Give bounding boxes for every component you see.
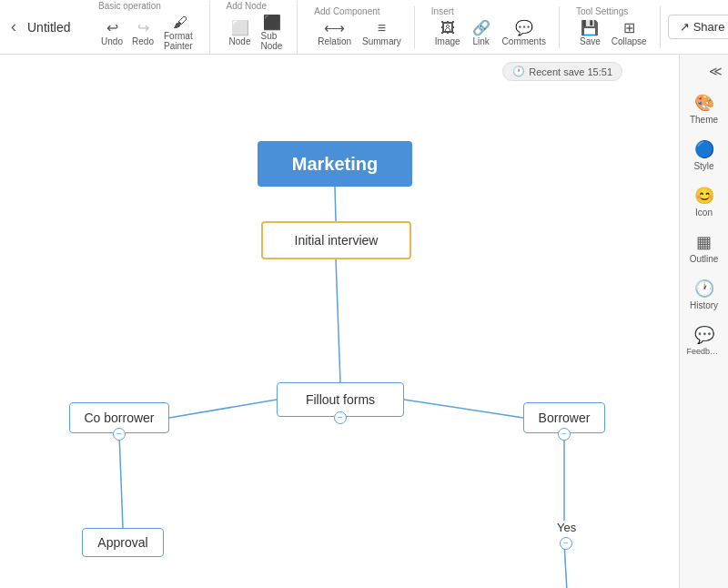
share-button[interactable]: ↗ Share bbox=[668, 15, 728, 39]
summary-label: Summary bbox=[362, 36, 401, 46]
recent-save-badge: 🕐 Recent save 15:51 bbox=[502, 62, 622, 81]
sub-node-label: Sub Node bbox=[261, 31, 285, 51]
icon-icon: 😊 bbox=[694, 186, 714, 206]
initial-interview-label: Initial interview bbox=[295, 233, 379, 248]
collapse-icon: ⊞ bbox=[623, 21, 635, 35]
svg-line-0 bbox=[335, 187, 336, 221]
sidebar-item-theme[interactable]: 🎨 Theme bbox=[683, 87, 725, 130]
theme-icon: 🎨 bbox=[694, 93, 714, 113]
tool-settings-items: 💾 Save ⊞ Collapse bbox=[576, 19, 651, 48]
relation-label: Relation bbox=[318, 36, 351, 46]
node-label: Node bbox=[229, 36, 251, 46]
sidebar-item-outline[interactable]: ▦ Outline bbox=[683, 227, 725, 269]
share-icon: ↗ bbox=[680, 20, 690, 34]
insert-group: Insert 🖼 Image 🔗 Link 💬 Comments bbox=[422, 6, 560, 48]
comments-icon: 💬 bbox=[515, 21, 533, 35]
add-component-label: Add Component bbox=[314, 6, 379, 16]
save-button[interactable]: 💾 Save bbox=[576, 19, 604, 48]
approval-left-label: Approval bbox=[97, 535, 147, 550]
recent-save-text: Recent save 15:51 bbox=[529, 66, 612, 77]
sidebar-collapse-button[interactable]: ≪ bbox=[709, 64, 723, 78]
right-actions: ↗ Share ⬆ Export bbox=[668, 15, 728, 39]
toolbar: ‹ Untitled Basic operation ↩ Undo ↪ Redo… bbox=[0, 0, 728, 55]
add-node-label: Add Node bbox=[227, 1, 267, 11]
right-sidebar: ≪ 🎨 Theme 🔵 Style 😊 Icon ▦ Outline 🕐 His… bbox=[679, 55, 728, 588]
redo-button[interactable]: ↪ Redo bbox=[129, 19, 157, 48]
approval-left-node[interactable]: Approval bbox=[82, 528, 164, 557]
svg-line-4 bbox=[119, 433, 123, 528]
marketing-label: Marketing bbox=[292, 154, 378, 175]
link-label: Link bbox=[472, 36, 489, 46]
image-button[interactable]: 🖼 Image bbox=[431, 19, 464, 48]
redo-icon: ↪ bbox=[137, 21, 149, 35]
undo-button[interactable]: ↩ Undo bbox=[98, 19, 126, 48]
fillout-forms-label: Fillout forms bbox=[306, 392, 375, 407]
sub-node-button[interactable]: ⬛ Sub Node bbox=[258, 14, 288, 53]
node-button[interactable]: ⬜ Node bbox=[227, 19, 254, 48]
canvas-wrapper: 🕐 Recent save 15:51 Marketing Initi bbox=[0, 55, 728, 588]
yes-label: Yes bbox=[557, 521, 576, 534]
basic-operation-items: ↩ Undo ↪ Redo 🖌 Format Painter bbox=[98, 14, 200, 53]
sidebar-item-feedback[interactable]: 💬 Feedbac... bbox=[683, 319, 725, 361]
outline-icon: ▦ bbox=[696, 232, 712, 252]
add-node-items: ⬜ Node ⬛ Sub Node bbox=[227, 14, 288, 53]
relation-button[interactable]: ⟷ Relation bbox=[314, 19, 355, 48]
svg-line-3 bbox=[404, 400, 523, 418]
comments-label: Comments bbox=[502, 36, 546, 46]
borrower-node[interactable]: Borrower − bbox=[523, 402, 605, 433]
yes-collapse[interactable]: − bbox=[560, 537, 572, 550]
co-borrower-collapse[interactable]: − bbox=[113, 428, 126, 441]
format-painter-button[interactable]: 🖌 Format Painter bbox=[160, 14, 200, 53]
image-icon: 🖼 bbox=[440, 21, 455, 35]
fillout-forms-collapse[interactable]: − bbox=[334, 411, 347, 424]
document-title[interactable]: Untitled bbox=[27, 20, 82, 35]
summary-icon: ≡ bbox=[378, 21, 386, 35]
format-painter-label: Format Painter bbox=[164, 31, 197, 51]
canvas[interactable]: 🕐 Recent save 15:51 Marketing Initi bbox=[0, 55, 679, 588]
link-button[interactable]: 🔗 Link bbox=[468, 19, 495, 48]
undo-label: Undo bbox=[101, 36, 123, 46]
fillout-forms-node[interactable]: Fillout forms − bbox=[277, 382, 404, 417]
insert-label: Insert bbox=[431, 6, 454, 16]
history-label: History bbox=[690, 300, 718, 310]
add-component-group: Add Component ⟷ Relation ≡ Summary bbox=[305, 6, 415, 48]
svg-line-1 bbox=[336, 259, 340, 382]
icon-label: Icon bbox=[695, 208, 713, 218]
connections-svg bbox=[0, 55, 679, 588]
initial-interview-node[interactable]: Initial interview bbox=[261, 221, 411, 259]
collapse-label: Collapse bbox=[612, 36, 647, 46]
insert-items: 🖼 Image 🔗 Link 💬 Comments bbox=[431, 19, 550, 48]
feedback-icon: 💬 bbox=[694, 325, 714, 345]
image-label: Image bbox=[435, 36, 460, 46]
tool-settings-label: Tool Settings bbox=[576, 6, 628, 16]
co-borrower-node[interactable]: Co borrower − bbox=[69, 402, 169, 433]
borrower-collapse[interactable]: − bbox=[558, 428, 571, 441]
sidebar-item-history[interactable]: 🕐 History bbox=[683, 273, 725, 316]
style-icon: 🔵 bbox=[694, 139, 714, 159]
marketing-node[interactable]: Marketing bbox=[258, 141, 412, 187]
share-label: Share bbox=[693, 20, 725, 34]
basic-operation-label: Basic operation bbox=[98, 1, 161, 11]
summary-button[interactable]: ≡ Summary bbox=[359, 19, 405, 48]
link-icon: 🔗 bbox=[472, 21, 490, 35]
comments-button[interactable]: 💬 Comments bbox=[499, 19, 550, 48]
back-button[interactable]: ‹ bbox=[7, 14, 20, 40]
outline-label: Outline bbox=[690, 254, 719, 264]
sidebar-item-icon[interactable]: 😊 Icon bbox=[683, 180, 725, 223]
theme-label: Theme bbox=[690, 115, 718, 125]
collapse-button[interactable]: ⊞ Collapse bbox=[608, 19, 651, 48]
history-icon: 🕐 bbox=[694, 279, 714, 299]
add-node-group: Add Node ⬜ Node ⬛ Sub Node bbox=[217, 1, 298, 53]
save-icon: 💾 bbox=[581, 21, 599, 35]
sidebar-item-style[interactable]: 🔵 Style bbox=[683, 134, 725, 177]
undo-icon: ↩ bbox=[106, 21, 118, 35]
co-borrower-label: Co borrower bbox=[84, 411, 154, 425]
svg-line-2 bbox=[169, 400, 277, 418]
save-label: Save bbox=[580, 36, 601, 46]
node-icon: ⬜ bbox=[231, 21, 249, 35]
relation-icon: ⟷ bbox=[324, 21, 345, 35]
style-label: Style bbox=[693, 161, 713, 171]
format-painter-icon: 🖌 bbox=[173, 15, 187, 30]
redo-label: Redo bbox=[132, 36, 154, 46]
clock-icon: 🕐 bbox=[512, 66, 525, 77]
